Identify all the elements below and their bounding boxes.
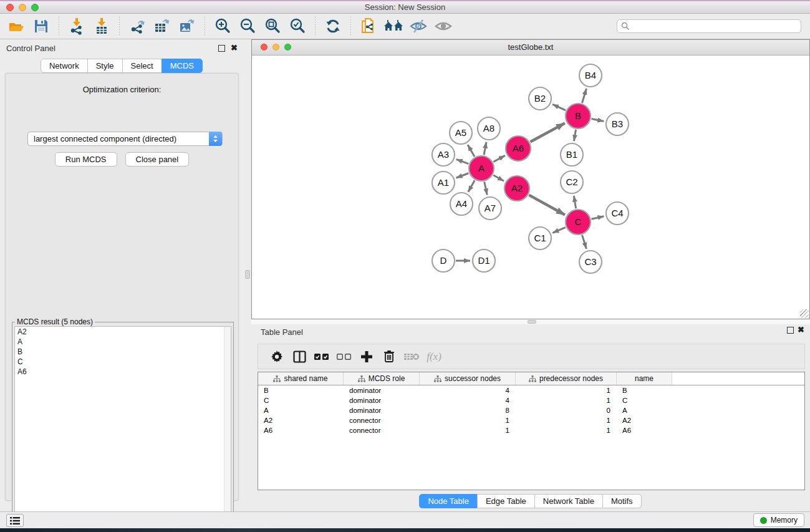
float-panel-icon[interactable] bbox=[218, 45, 225, 52]
refresh-button[interactable] bbox=[322, 16, 344, 37]
table-cell[interactable]: dominator bbox=[344, 397, 420, 404]
table-cell[interactable]: dominator bbox=[344, 407, 420, 414]
add-column-button[interactable] bbox=[355, 346, 378, 367]
graph-edge[interactable] bbox=[529, 195, 565, 215]
home-layout-button[interactable] bbox=[383, 16, 404, 37]
tab-mcds[interactable]: MCDS bbox=[162, 59, 203, 73]
graph-node-C3[interactable]: C3 bbox=[579, 251, 602, 273]
tab-motifs[interactable]: Motifs bbox=[602, 494, 642, 508]
optimization-criterion-select[interactable]: largest connected component (directed) bbox=[27, 132, 223, 146]
table-cell[interactable]: 1 bbox=[420, 417, 516, 424]
horizontal-splitter[interactable] bbox=[251, 319, 810, 324]
graph-edge[interactable] bbox=[552, 228, 566, 233]
tab-node-table[interactable]: Node Table bbox=[419, 494, 478, 508]
tab-edge-table[interactable]: Edge Table bbox=[477, 494, 535, 508]
table-cell[interactable]: 8 bbox=[420, 407, 516, 414]
table-cell[interactable]: 1 bbox=[516, 417, 617, 424]
graph-edge[interactable] bbox=[582, 89, 586, 103]
graph-node-A1[interactable]: A1 bbox=[432, 172, 455, 194]
delete-columns-button[interactable] bbox=[378, 346, 400, 367]
graph-edge[interactable] bbox=[493, 175, 504, 181]
table-body[interactable]: Bdominator41BCdominator41CAdominator80AA… bbox=[258, 385, 804, 435]
graph-node-A5[interactable]: A5 bbox=[450, 122, 472, 144]
minimize-window-button[interactable] bbox=[19, 4, 26, 11]
graph-edge[interactable] bbox=[468, 180, 475, 192]
table-cell[interactable]: 4 bbox=[420, 397, 516, 404]
split-columns-button[interactable] bbox=[288, 346, 311, 367]
table-row[interactable]: A2connector11A2 bbox=[258, 415, 804, 425]
column-header-predecessor-nodes[interactable]: predecessor nodes bbox=[516, 372, 617, 385]
network-zoom-button[interactable] bbox=[284, 44, 291, 51]
table-cell[interactable]: A bbox=[258, 407, 344, 414]
settings-gear-button[interactable] bbox=[266, 346, 288, 367]
zoom-selected-button[interactable] bbox=[287, 16, 308, 37]
table-cell[interactable]: C bbox=[258, 397, 344, 404]
graph-edge[interactable] bbox=[468, 145, 475, 157]
import-network-button[interactable] bbox=[66, 16, 87, 37]
network-graph[interactable]: B4B2BB3A8A5A6B1A3AC2A1A2A4A7C4CC1C3DD1 bbox=[252, 56, 809, 319]
graph-node-A[interactable]: A bbox=[469, 156, 494, 181]
graph-node-C4[interactable]: C4 bbox=[606, 202, 629, 225]
zoom-window-button[interactable] bbox=[31, 4, 39, 11]
column-header-name[interactable]: name bbox=[617, 372, 672, 385]
table-cell[interactable]: B bbox=[617, 387, 672, 394]
graph-edge[interactable] bbox=[456, 173, 469, 178]
window-resize-grip[interactable] bbox=[800, 309, 809, 318]
new-network-from-selection-button[interactable] bbox=[358, 16, 379, 37]
search-input[interactable] bbox=[617, 19, 801, 33]
graph-node-A8[interactable]: A8 bbox=[478, 117, 500, 140]
table-cell[interactable]: 1 bbox=[516, 397, 617, 404]
network-close-button[interactable] bbox=[261, 44, 268, 51]
table-cell[interactable]: connector bbox=[344, 417, 420, 424]
table-cell[interactable]: 1 bbox=[516, 427, 617, 434]
save-session-button[interactable] bbox=[31, 16, 52, 37]
delete-table-button[interactable] bbox=[400, 346, 423, 367]
result-item[interactable]: B bbox=[15, 347, 231, 357]
graph-node-D1[interactable]: D1 bbox=[473, 249, 495, 272]
node-table[interactable]: shared name MCDS role successor nodes bbox=[258, 372, 805, 490]
graph-edge[interactable] bbox=[552, 104, 566, 110]
graph-node-B4[interactable]: B4 bbox=[579, 64, 602, 87]
graph-node-B1[interactable]: B1 bbox=[561, 143, 583, 166]
table-cell[interactable]: 4 bbox=[420, 387, 516, 394]
column-header-shared-name[interactable]: shared name bbox=[258, 372, 344, 385]
tab-select[interactable]: Select bbox=[122, 59, 162, 73]
hide-selected-button[interactable] bbox=[408, 16, 429, 37]
graph-node-B2[interactable]: B2 bbox=[529, 87, 551, 110]
tab-network-table[interactable]: Network Table bbox=[534, 494, 603, 508]
column-header-successor-nodes[interactable]: successor nodes bbox=[420, 372, 516, 385]
zoom-out-button[interactable] bbox=[237, 16, 258, 37]
graph-node-B[interactable]: B bbox=[566, 104, 591, 128]
zoom-in-button[interactable] bbox=[212, 16, 233, 37]
table-cell[interactable]: connector bbox=[344, 427, 420, 434]
table-cell[interactable]: 0 bbox=[516, 407, 617, 414]
graph-node-A7[interactable]: A7 bbox=[479, 197, 501, 220]
graph-node-C[interactable]: C bbox=[566, 210, 591, 235]
table-row[interactable]: Bdominator41B bbox=[258, 385, 804, 395]
tab-style[interactable]: Style bbox=[87, 59, 123, 73]
graph-node-B3[interactable]: B3 bbox=[606, 113, 629, 135]
select-all-checkboxes-button[interactable] bbox=[311, 346, 333, 367]
table-cell[interactable]: A6 bbox=[258, 427, 344, 434]
zoom-fit-button[interactable] bbox=[262, 16, 283, 37]
table-cell[interactable]: C bbox=[617, 397, 672, 404]
network-canvas[interactable]: B4B2BB3A8A5A6B1A3AC2A1A2A4A7C4CC1C3DD1 bbox=[252, 56, 809, 319]
export-network-button[interactable] bbox=[127, 16, 148, 37]
graph-edge[interactable] bbox=[456, 159, 469, 163]
table-cell[interactable]: A6 bbox=[617, 427, 672, 434]
deselect-all-checkboxes-button[interactable] bbox=[333, 346, 355, 367]
table-row[interactable]: Cdominator41C bbox=[258, 395, 804, 405]
memory-button[interactable]: Memory bbox=[753, 513, 804, 527]
graph-node-A3[interactable]: A3 bbox=[432, 143, 455, 166]
close-panel-icon[interactable]: ✖ bbox=[231, 43, 238, 53]
graph-edge[interactable] bbox=[493, 155, 505, 162]
network-view-window[interactable]: testGlobe.txt B4B2BB3A8A5A6B1A3AC2A1A2A4… bbox=[251, 39, 810, 319]
graph-edge[interactable] bbox=[591, 216, 604, 219]
graph-edge[interactable] bbox=[592, 118, 604, 121]
table-cell[interactable]: 1 bbox=[516, 387, 617, 394]
graph-node-C2[interactable]: C2 bbox=[561, 171, 583, 193]
tab-network[interactable]: Network bbox=[41, 59, 88, 73]
result-item[interactable]: A2 bbox=[15, 327, 231, 337]
mcds-result-list[interactable]: A2ABCA6 bbox=[14, 326, 231, 529]
result-item[interactable]: A bbox=[15, 337, 231, 347]
